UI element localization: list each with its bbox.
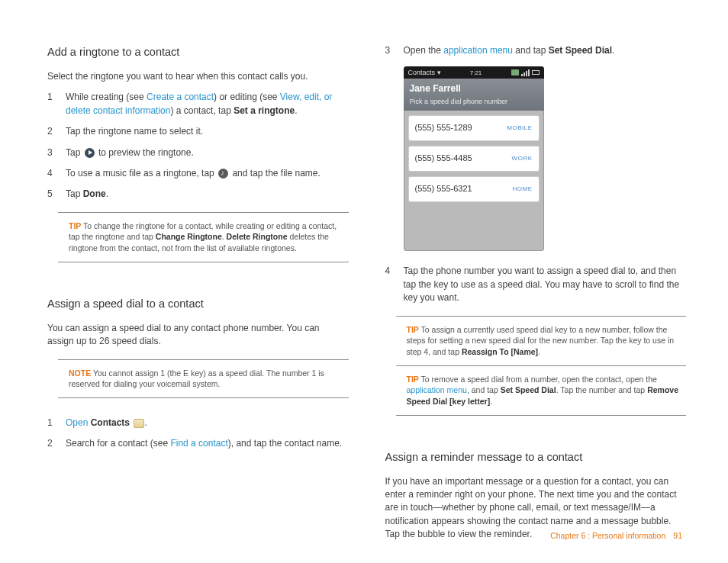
battery-icon [532,70,540,75]
music-icon [218,169,228,179]
heading-speed-dial: Assign a speed dial to a contact [47,296,349,312]
play-icon [85,148,95,158]
tip-change-ringtone: TIP To change the ringtone for a contact… [58,212,349,262]
link-find-contact[interactable]: Find a contact [170,438,227,449]
left-column: Add a ringtone to a contact Select the r… [47,44,349,549]
tip-reassign: TIP To assign a currently used speed dia… [396,316,687,365]
heading-add-ringtone: Add a ringtone to a contact [47,44,349,60]
steps-ringtone: 1 While creating (see Create a contact) … [47,91,349,201]
link-application-menu-2[interactable]: application menu [407,385,467,394]
step-open-contacts: Open Contacts . [66,417,349,429]
tip-remove-speed-dial: TIP To remove a speed dial from a number… [396,365,687,416]
step-tap-number: Tap the phone number you want to assign … [404,265,687,304]
steps-speed-dial: 1 Open Contacts . 2 Search for a contact… [47,417,349,451]
phone-row-home[interactable]: (555) 555-6321HOME [408,176,540,202]
step-4: To use a music file as a ringtone, tap a… [66,167,349,180]
page-footer: Chapter 6 : Personal information91 [550,530,682,542]
chapter-label: Chapter 6 : Personal information [550,531,665,540]
signal-icon [521,69,530,76]
step-1: While creating (see Create a contact) or… [66,91,349,117]
step-2: Tap the ringtone name to select it. [66,125,349,138]
note-speed-dial: NOTE You cannot assign 1 (the E key) as … [58,359,349,398]
phone-screenshot: Contacts ▾ 7:21 Jane Farrell Pick a spee… [404,66,544,251]
steps-speed-dial-4: 4Tap the phone number you want to assign… [385,265,687,304]
link-create-contact[interactable]: Create a contact [147,92,214,102]
speed-dial-intro: You can assign a speed dial to any conta… [47,322,349,349]
steps-speed-dial-cont: 3 Open the application menu and tap Set … [385,44,687,57]
step-5: Tap Done. [66,188,349,201]
phone-row-work[interactable]: (555) 555-4485WORK [408,146,540,172]
heading-reminder: Assign a reminder message to a contact [385,449,687,465]
right-column: 3 Open the application menu and tap Set … [385,44,687,549]
step-3: Tap to preview the ringtone. [66,146,349,159]
step-search-contact: Search for a contact (see Find a contact… [66,437,349,450]
link-application-menu[interactable]: application menu [443,45,513,56]
phone-row-mobile[interactable]: (555) 555-1289MOBILE [408,115,540,141]
ev-icon [511,69,519,76]
page-number: 91 [673,531,682,540]
step-open-app-menu: Open the application menu and tap Set Sp… [404,44,687,57]
intro-text: Select the ringtone you want to hear whe… [47,70,349,83]
contacts-icon [134,419,144,428]
phone-header: Jane Farrell Pick a speed dial phone num… [404,79,544,110]
phone-status-bar: Contacts ▾ 7:21 [404,66,544,79]
